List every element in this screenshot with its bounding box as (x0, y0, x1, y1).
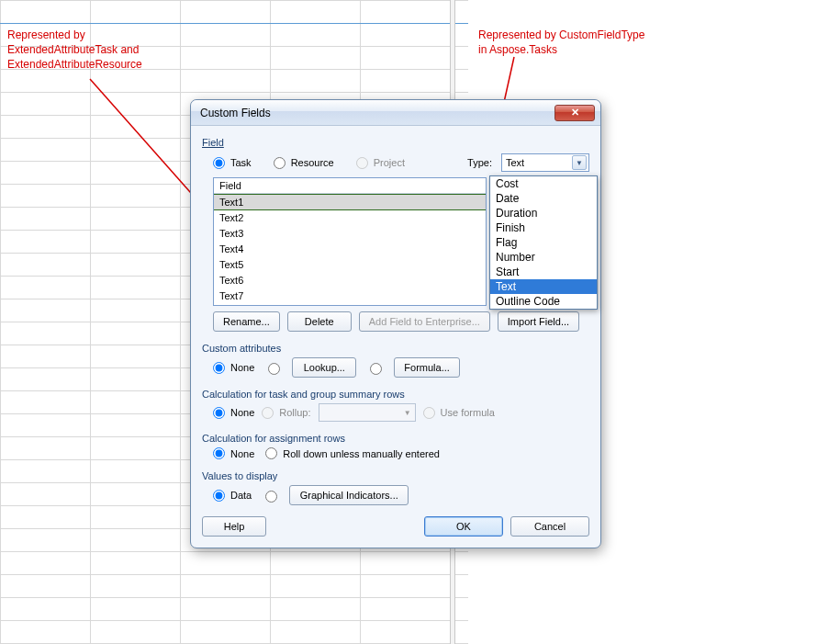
cancel-button[interactable]: Cancel (510, 516, 589, 537)
radio-resource-label: Resource (291, 157, 334, 168)
custom-fields-dialog: Custom Fields ✕ Field Task Resource Proj… (190, 99, 601, 548)
field-item[interactable]: Text5 (214, 257, 486, 273)
field-section-label: Field (202, 137, 589, 148)
type-option[interactable]: Number (490, 250, 597, 265)
field-item[interactable]: Text1 (214, 194, 486, 210)
radio-lookup[interactable] (268, 363, 280, 375)
radio-rollup: Rollup: (262, 407, 310, 419)
radio-data[interactable]: Data (213, 490, 252, 502)
type-combobox[interactable]: Text ▼ (501, 153, 589, 172)
ok-button[interactable]: OK (424, 516, 503, 537)
dialog-title: Custom Fields (200, 107, 554, 119)
type-option[interactable]: Start (490, 265, 597, 279)
radio-formula[interactable] (370, 363, 382, 375)
help-button[interactable]: Help (202, 516, 266, 537)
field-item[interactable]: Text6 (214, 273, 486, 288)
close-button[interactable]: ✕ (554, 105, 595, 121)
type-label: Type: (467, 157, 492, 168)
rollup-select: ▼ (319, 403, 416, 422)
import-field-button[interactable]: Import Field... (498, 311, 579, 332)
type-dropdown-list[interactable]: Cost Date Duration Finish Flag Number St… (489, 175, 598, 310)
rename-button[interactable]: Rename... (213, 311, 280, 332)
chevron-down-icon: ▼ (572, 155, 587, 170)
type-option[interactable]: Duration (490, 206, 597, 220)
radio-project: Project (356, 157, 405, 169)
lookup-button[interactable]: Lookup... (292, 357, 356, 378)
calc-assign-label: Calculation for assignment rows (202, 433, 589, 444)
radio-none-attr[interactable]: None (213, 362, 254, 374)
radio-task-label: Task (230, 157, 252, 168)
calc-rows-label: Calculation for task and group summary r… (202, 389, 589, 400)
use-formula-label: Use formula (441, 407, 495, 418)
none-label: None (230, 362, 254, 373)
rollup-label: Rollup: (279, 407, 310, 418)
radio-task[interactable]: Task (213, 157, 252, 169)
radio-use-formula: Use formula (423, 407, 495, 419)
radio-rolldown[interactable]: Roll down unless manually entered (265, 447, 440, 459)
annotation-left: Represented by ExtendedAttributeTask and… (7, 28, 142, 73)
radio-none-assign[interactable]: None (213, 447, 254, 459)
rolldown-label: Roll down unless manually entered (283, 448, 440, 459)
delete-button[interactable]: Delete (287, 311, 352, 332)
radio-none-calc[interactable]: None (213, 407, 254, 419)
radio-graphical[interactable] (265, 491, 277, 503)
data-label: Data (230, 490, 252, 501)
type-option[interactable]: Finish (490, 220, 597, 235)
graphical-indicators-button[interactable]: Graphical Indicators... (289, 485, 409, 505)
type-value: Text (506, 157, 524, 168)
titlebar[interactable]: Custom Fields ✕ (191, 100, 600, 126)
annotation-right: Represented by CustomFieldType in Aspose… (478, 28, 644, 57)
close-icon: ✕ (571, 107, 579, 119)
field-list[interactable]: Field Text1 Text2 Text3 Text4 Text5 Text… (213, 177, 487, 306)
field-item[interactable]: Text3 (214, 226, 486, 242)
custom-attributes-label: Custom attributes (202, 343, 589, 354)
type-option[interactable]: Flag (490, 235, 597, 250)
type-option[interactable]: Text (490, 279, 597, 294)
type-option[interactable]: Outline Code (490, 294, 597, 309)
type-option[interactable]: Cost (490, 176, 597, 191)
none-label3: None (230, 448, 254, 459)
formula-button[interactable]: Formula... (394, 357, 460, 378)
type-option[interactable]: Date (490, 191, 597, 206)
add-enterprise-button: Add Field to Enterprise... (359, 311, 490, 332)
field-item[interactable]: Text7 (214, 288, 486, 304)
values-label: Values to display (202, 470, 589, 481)
none-label2: None (230, 407, 254, 418)
field-item[interactable]: Text4 (214, 242, 486, 257)
radio-resource[interactable]: Resource (274, 157, 334, 169)
radio-project-label: Project (374, 157, 405, 168)
field-list-header: Field (214, 178, 486, 194)
field-item[interactable]: Text2 (214, 210, 486, 226)
chevron-down-icon: ▼ (404, 409, 411, 417)
